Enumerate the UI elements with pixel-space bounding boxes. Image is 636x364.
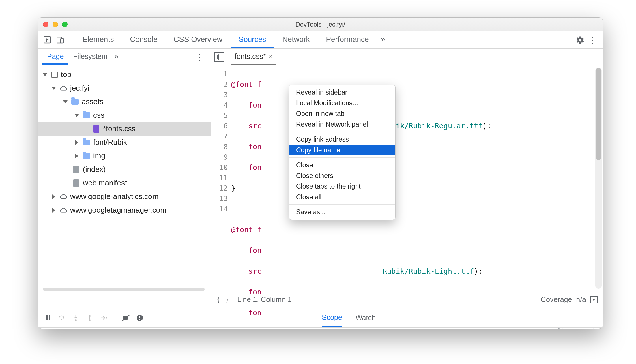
navigator-header: Page Filesystem » ⋮ [38, 49, 211, 65]
ctx-local-modifications[interactable]: Local Modifications... [289, 98, 395, 108]
code-token: Rubik/Rubik-Regular.ttf [383, 122, 482, 130]
folder-icon [83, 112, 90, 118]
step-into-icon[interactable] [71, 313, 81, 323]
separator [70, 35, 70, 46]
ctx-reveal-sidebar[interactable]: Reveal in sidebar [289, 87, 395, 98]
device-toolbar-icon[interactable] [55, 34, 66, 46]
code-token: fon [248, 101, 261, 109]
scrollbar-thumb[interactable] [596, 68, 601, 160]
file-icon [73, 166, 79, 173]
code-token: ); [474, 267, 482, 275]
subtab-filesystem[interactable]: Filesystem [68, 49, 112, 65]
close-tab-icon[interactable]: × [269, 53, 272, 60]
line-number: 9 [211, 152, 228, 162]
editor-scrollbar[interactable] [595, 68, 602, 289]
tree-ga-domain[interactable]: www.google-analytics.com [38, 190, 211, 203]
panel-tabs: Elements Console CSS Overview Sources Ne… [74, 31, 389, 48]
ctx-separator [289, 132, 395, 132]
tree-fonts-css-file[interactable]: *fonts.css [38, 122, 211, 136]
debugger-bar: Scope Watch Not paused [38, 308, 603, 327]
folder-icon [71, 99, 79, 105]
step-over-icon[interactable] [57, 313, 67, 323]
line-number: 2 [211, 79, 228, 90]
code-token: ); [482, 122, 491, 130]
tree-label: top [61, 70, 71, 79]
pause-icon[interactable] [43, 313, 53, 323]
pretty-print-button[interactable]: { } [216, 295, 229, 304]
code-editor[interactable]: 1 2 3 4 5 6 7 8 9 10 11 12 13 14 @font-f… [211, 65, 603, 291]
code-token: fon [248, 163, 261, 172]
tree-assets-folder[interactable]: assets [38, 95, 211, 108]
folder-icon [83, 140, 90, 145]
cloud-icon [60, 207, 67, 214]
file-icon [73, 179, 79, 187]
tree-top-frame[interactable]: top [38, 68, 211, 81]
tab-performance[interactable]: Performance [318, 31, 377, 48]
settings-gear-icon[interactable] [575, 34, 586, 46]
subtab-scope[interactable]: Scope [322, 309, 342, 327]
devtools-window: DevTools - jec.fyi/ Elements Console CSS… [38, 17, 603, 329]
kebab-menu-icon[interactable]: ⋮ [587, 34, 599, 46]
tree-label: (index) [83, 165, 106, 174]
tree-label: assets [82, 97, 103, 106]
line-number: 1 [211, 69, 228, 79]
svg-rect-11 [139, 319, 140, 320]
deactivate-breakpoints-icon[interactable] [121, 313, 131, 323]
file-tree[interactable]: top jec.fyi assets css [38, 65, 211, 291]
tree-gtm-domain[interactable]: www.googletagmanager.com [38, 203, 211, 217]
ctx-copy-link-address[interactable]: Copy link address [289, 134, 395, 145]
ctx-separator [289, 204, 395, 205]
code-token: fon [248, 142, 261, 151]
tree-domain[interactable]: jec.fyi [38, 81, 211, 95]
ctx-close[interactable]: Close [289, 160, 395, 170]
svg-rect-3 [46, 315, 48, 320]
code-content[interactable]: @font-f fon srcRubik/Rubik-Regular.ttf);… [231, 65, 603, 291]
subtab-page[interactable]: Page [42, 49, 68, 65]
tree-webmanifest-file[interactable]: web.manifest [38, 176, 211, 190]
inspect-element-icon[interactable] [42, 34, 53, 46]
tree-css-folder[interactable]: css [38, 108, 211, 122]
file-tab-fonts-css[interactable]: fonts.css* × [231, 49, 276, 65]
code-token: fon [248, 246, 261, 255]
step-out-icon[interactable] [85, 313, 95, 323]
ctx-close-tabs-right[interactable]: Close tabs to the right [289, 181, 395, 192]
tree-label: img [93, 151, 105, 160]
code-token: src [248, 122, 261, 130]
folder-icon [83, 153, 90, 159]
ctx-close-others[interactable]: Close others [289, 170, 395, 181]
tree-img-folder[interactable]: img [38, 149, 211, 163]
more-tabs-icon[interactable]: » [377, 31, 389, 48]
toggle-sidebar-icon[interactable] [214, 52, 224, 62]
tab-console[interactable]: Console [122, 31, 165, 48]
tab-sources[interactable]: Sources [231, 31, 274, 48]
tree-font-rubik-folder[interactable]: font/Rubik [38, 136, 211, 149]
subtab-watch[interactable]: Watch [356, 309, 376, 327]
file-tab-label: fonts.css* [235, 52, 266, 61]
navigator-kebab-icon[interactable]: ⋮ [193, 52, 206, 62]
debugger-sidebar-tabs: Scope Watch [315, 308, 603, 327]
ctx-close-all[interactable]: Close all [289, 192, 395, 202]
pause-on-exceptions-icon[interactable] [134, 313, 145, 323]
tree-index-file[interactable]: (index) [38, 163, 211, 176]
ctx-reveal-network[interactable]: Reveal in Network panel [289, 119, 395, 130]
ctx-open-new-tab[interactable]: Open in new tab [289, 108, 395, 119]
code-token: src [248, 267, 261, 275]
line-number: 11 [211, 173, 228, 183]
tree-horizontal-scrollbar[interactable] [43, 288, 205, 291]
svg-rect-4 [49, 315, 50, 320]
more-subtabs-icon[interactable]: » [112, 49, 121, 65]
code-token: fon [248, 288, 261, 296]
tab-css-overview[interactable]: CSS Overview [166, 31, 231, 48]
ctx-save-as[interactable]: Save as... [289, 207, 395, 217]
tree-label: font/Rubik [93, 138, 127, 147]
tree-label: *fonts.css [103, 124, 136, 133]
line-number: 4 [211, 100, 228, 110]
svg-point-5 [61, 319, 62, 320]
tab-elements[interactable]: Elements [74, 31, 122, 48]
line-number: 12 [211, 183, 228, 194]
line-number: 10 [211, 162, 228, 173]
step-icon[interactable] [98, 313, 109, 323]
debugger-controls [38, 308, 315, 327]
tab-network[interactable]: Network [274, 31, 318, 48]
ctx-copy-file-name[interactable]: Copy file name [289, 145, 395, 155]
